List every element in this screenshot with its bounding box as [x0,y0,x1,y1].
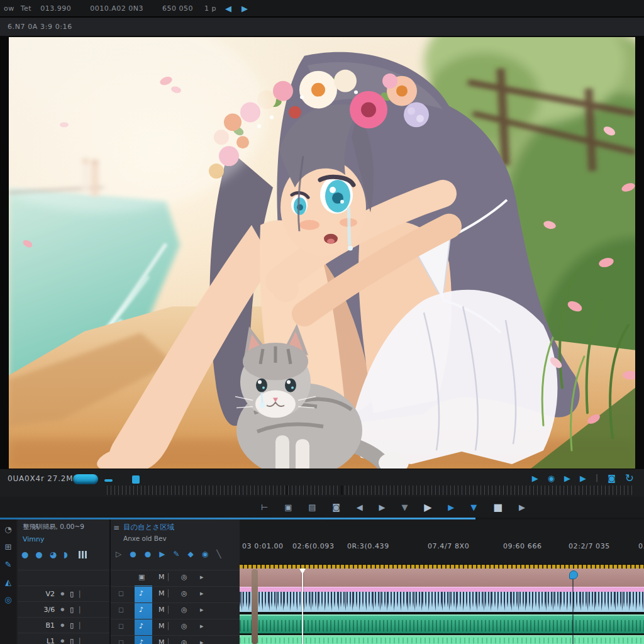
toggle-icon[interactable]: ◕ [50,550,57,559]
app-window: ow Tet 013.990 0010.A02 0N3 650 050 1 p … [0,0,644,644]
forward-icon[interactable]: ▶ [242,4,248,13]
mute-button[interactable]: M [158,606,169,614]
pen-icon[interactable]: ✎ [5,560,12,569]
track-enable-icon[interactable]: ● [60,591,64,596]
mark-in-icon[interactable]: ⊢ [261,502,268,512]
note-icon[interactable]: ♪ [139,622,143,630]
menu-item: 1 p [204,4,216,13]
track-row: B1 ● ▯ ▏ [18,617,109,633]
track-label: B1 [46,621,55,630]
mute-button[interactable]: M [158,638,169,644]
insert-icon[interactable]: ▣ [284,502,292,512]
note-icon[interactable]: ♪ [139,589,143,597]
sync-lock-icon[interactable]: ◻ [118,606,124,614]
track-row: L1 ● ▯ ▏ [18,633,109,644]
timeline-marker[interactable] [569,570,578,579]
program-monitor [0,36,644,469]
sync-lock-icon[interactable]: ◻ [118,622,124,630]
pull-down-icon[interactable]: ▼ [401,502,408,512]
mute-button[interactable]: M [158,622,169,630]
toggle-icon[interactable]: ◗ [64,550,68,559]
step-back-icon[interactable]: ◀ [357,502,363,512]
solo-button[interactable]: ◎ [181,573,187,581]
export-frame-icon[interactable]: ◙ [332,502,340,512]
menu-item[interactable]: ow [4,4,14,13]
track-label: L1 [47,637,55,644]
track-lock-icon[interactable]: ▯ [70,606,74,614]
ruler-label: 0R:3(0.439 [347,542,389,550]
track-lock-icon[interactable]: ▯ [70,621,74,630]
dot-icon[interactable]: ● [145,550,151,558]
overwrite-icon[interactable]: ▤ [308,502,316,512]
preview-illustration [9,37,635,469]
step-forward-icon[interactable]: ▶ [519,502,525,512]
track-controls-panel: ≡ 目の自とさ区域 Anxe old Bev ▷ ● ● ▶ ✎ ◆ ◉ ╲ ▣… [111,519,240,644]
box-icon[interactable]: ▣ [138,573,145,581]
track-lock-icon[interactable]: ▯ [70,590,74,598]
play-icon[interactable]: ▶ [532,474,538,483]
timeline-ruler[interactable]: 03 0:01.00 02:6(0.093 0R:3(0.439 07.4/7 … [240,542,644,553]
track-lock-icon[interactable]: ▯ [70,637,74,644]
monitor-right-buttons: ▶ ◉ ▶ ▶ | ◙ ↻ [532,472,634,484]
track-enable-icon[interactable]: ● [60,607,64,612]
track-row: V2 ● ▯ ▏ [18,586,109,601]
speaker-icon[interactable]: ▸ [200,606,204,614]
solo-button[interactable]: ◎ [181,606,187,614]
play-large-icon[interactable]: ▶ [424,501,431,513]
note-icon[interactable]: ♪ [139,606,143,614]
target-icon[interactable]: ◉ [202,550,208,558]
clip-audio-teal[interactable] [240,614,644,635]
stop-icon[interactable]: ■ [493,501,502,513]
play-small-icon[interactable]: ▶ [448,502,454,512]
solo-button[interactable]: ◎ [181,638,187,644]
clock-icon[interactable]: ◔ [4,525,11,534]
dot-icon[interactable]: ● [130,550,136,558]
marker-button[interactable] [132,475,140,484]
solo-button[interactable]: ◎ [181,589,187,597]
scrubber-mark [341,486,343,495]
sync-lock-icon[interactable]: ◻ [118,589,124,597]
speaker-icon[interactable]: ▸ [200,622,204,630]
track-label: 3/6 [43,606,55,614]
sync-lock-icon[interactable]: ◻ [118,638,124,644]
grid-icon[interactable]: ⊞ [5,542,12,552]
speaker-icon[interactable]: ▸ [200,573,204,581]
play-icon[interactable]: ▶ [580,474,586,483]
scrubber-ruler[interactable] [107,486,635,495]
back-icon[interactable]: ◀ [225,4,231,13]
track-enable-icon[interactable]: ● [60,623,64,628]
record-icon[interactable]: ◎ [4,595,11,604]
mute-button[interactable]: M [158,573,169,581]
timeline-tracks-area: 03 0:01.00 02:6(0.093 0R:3(0.439 07.4/7 … [240,519,644,644]
toggle-icon[interactable]: ● [21,550,28,559]
loop-icon[interactable]: ↻ [625,472,634,484]
clip-audio-waveform[interactable] [240,592,644,612]
play-icon[interactable]: ▶ [379,502,386,512]
clip-audio-green[interactable] [240,635,644,644]
track-label: V2 [46,590,55,598]
track-enable-icon[interactable]: ● [60,638,64,643]
pen-icon[interactable]: ✎ [173,550,179,558]
play-icon[interactable]: ▶ [564,474,570,483]
snap-icon[interactable]: ◙ [608,474,616,483]
vertical-scrollbar[interactable] [252,569,258,644]
speaker-icon[interactable]: ▸ [200,638,204,644]
mute-button[interactable]: M [158,589,169,597]
sequence-title: 整飛馴簡易, 0.00~9 [23,523,84,531]
flag-icon[interactable]: ◭ [5,577,11,587]
note-icon[interactable]: ♪ [139,638,143,644]
play-icon[interactable]: ▶ [159,550,165,558]
speaker-icon[interactable]: ▸ [200,589,204,597]
menu-item[interactable]: Tet [21,4,31,13]
pause-icon[interactable] [79,551,87,558]
hamburger-icon[interactable]: ≡ [113,523,119,532]
solo-button[interactable]: ◎ [181,622,187,630]
keyframe-icon[interactable]: ◆ [188,550,194,558]
toggle-icon[interactable]: ● [35,550,42,559]
cursor-icon[interactable]: ▷ [116,550,121,558]
playhead[interactable] [302,569,303,644]
zoom-handle[interactable] [73,474,98,484]
loop-down-icon[interactable]: ▼ [470,502,477,512]
stop-round-icon[interactable]: ◉ [548,474,555,483]
ruler-label: 0.1 [638,542,644,550]
